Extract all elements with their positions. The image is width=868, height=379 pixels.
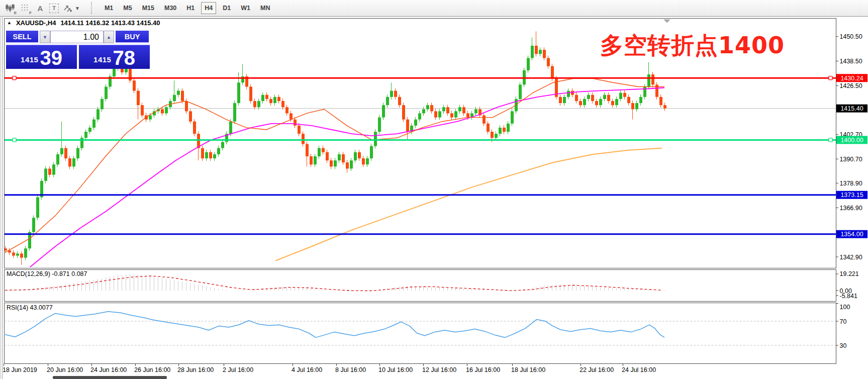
icon-sub-label: F bbox=[29, 11, 32, 15]
bottom-partial-bar bbox=[53, 376, 167, 379]
timeframe-h1[interactable]: H1 bbox=[183, 2, 198, 14]
timeframe-w1[interactable]: W1 bbox=[237, 2, 254, 14]
chart-style-icon[interactable]: E bbox=[4, 2, 16, 14]
sell-price-box[interactable]: 1415 39 bbox=[6, 45, 77, 69]
sell-button[interactable]: SELL bbox=[6, 31, 38, 43]
grid-icon[interactable]: F bbox=[19, 2, 31, 14]
timeframe-m1[interactable]: M1 bbox=[101, 2, 117, 14]
timeframe-d1[interactable]: D1 bbox=[219, 2, 234, 14]
buy-price-box[interactable]: 1415 78 bbox=[79, 45, 150, 69]
chart-title-row: ▲ XAUUSD-,H4 1414.11 1416.32 1413.43 141… bbox=[7, 19, 160, 27]
volume-input[interactable] bbox=[50, 31, 104, 43]
collapse-triangle-icon[interactable]: ▲ bbox=[7, 21, 12, 25]
volume-increase-button[interactable]: ▲ bbox=[104, 31, 114, 43]
macd-panel[interactable] bbox=[4, 270, 836, 301]
toolbar-separator bbox=[91, 2, 93, 14]
text-label-tool-icon[interactable]: A bbox=[34, 2, 46, 14]
sell-price-big: 39 bbox=[40, 49, 62, 67]
top-toolbar: E F A T ▼ M1 M5 M15 M30 H1 H4 D1 W1 MN bbox=[0, 0, 868, 17]
arrows-glyph bbox=[63, 4, 73, 13]
grid-glyph bbox=[21, 4, 30, 13]
one-click-trade-panel: SELL ▼ ▲ BUY 1415 39 1415 78 bbox=[5, 29, 150, 69]
indicator-arrows-icon[interactable] bbox=[62, 2, 74, 14]
price-axis[interactable] bbox=[836, 18, 868, 364]
symbol-title: XAUUSD-,H4 bbox=[16, 19, 56, 27]
time-axis[interactable] bbox=[4, 364, 836, 373]
timeframe-m30[interactable]: M30 bbox=[161, 2, 180, 14]
timeframe-m15[interactable]: M15 bbox=[139, 2, 158, 14]
chevron-down-icon[interactable]: ▼ bbox=[75, 6, 80, 11]
timeframe-m5[interactable]: M5 bbox=[120, 2, 135, 14]
timeframe-h4[interactable]: H4 bbox=[201, 2, 216, 14]
text-box-tool-icon[interactable]: T bbox=[49, 4, 59, 13]
rsi-panel[interactable] bbox=[4, 303, 836, 363]
chart-annotation-text: 多空转折点1400 bbox=[600, 30, 785, 61]
timeframe-mn[interactable]: MN bbox=[257, 2, 273, 14]
icon-sub-label: E bbox=[14, 11, 17, 15]
ohlc-values: 1414.11 1416.32 1413.43 1415.40 bbox=[60, 19, 160, 27]
buy-price-small: 1415 bbox=[93, 55, 111, 64]
sell-price-small: 1415 bbox=[21, 55, 38, 64]
volume-decrease-button[interactable]: ▼ bbox=[40, 31, 50, 43]
buy-price-big: 78 bbox=[113, 49, 135, 67]
buy-button[interactable]: BUY bbox=[116, 31, 149, 43]
